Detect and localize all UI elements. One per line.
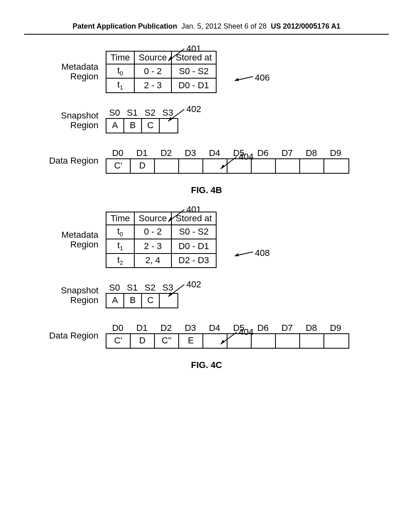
header-mid: Jan. 5, 2012 Sheet 6 of 28 bbox=[181, 22, 267, 31]
data-headers: D0D1 D2D3 D4D5 D6D7 D8D9 bbox=[106, 148, 349, 158]
data-cells: C'D bbox=[106, 158, 349, 174]
metadata-region: Metadata Region Time Source Stored at t0… bbox=[41, 212, 372, 268]
table-row: t0 0 - 2 S0 - S2 bbox=[106, 64, 216, 78]
snapshot-label: Snapshot Region bbox=[41, 111, 106, 130]
data-label: Data Region bbox=[41, 156, 106, 166]
table-row: t0 0 - 2 S0 - S2 bbox=[106, 225, 216, 239]
snapshot-cells: A B C bbox=[106, 118, 178, 133]
callout-406: 406 bbox=[255, 73, 270, 83]
metadata-region: Metadata Region Time Source Stored at t0… bbox=[41, 51, 372, 93]
snapshot-label: Snapshot Region bbox=[41, 286, 106, 305]
snapshot-region: Snapshot Region S0 S1 S2 S3 A B C bbox=[41, 108, 372, 133]
metadata-table: Time Source Stored at t0 0 - 2 S0 - S2 t… bbox=[106, 212, 217, 268]
metadata-label: Metadata Region bbox=[41, 62, 106, 81]
figure-4c: 401 Metadata Region Time Source Stored a… bbox=[41, 212, 372, 370]
header-left: Patent Application Publication bbox=[73, 22, 177, 31]
figure-label-4c: FIG. 4C bbox=[41, 360, 372, 370]
data-cells: C'D C''E bbox=[106, 333, 349, 349]
col-source: Source bbox=[134, 212, 171, 225]
svg-marker-3 bbox=[235, 78, 239, 81]
snapshot-headers: S0 S1 S2 S3 bbox=[106, 108, 178, 118]
table-row: t1 2 - 3 D0 - D1 bbox=[106, 239, 216, 253]
page: Patent Application Publication Jan. 5, 2… bbox=[0, 0, 413, 370]
metadata-label: Metadata Region bbox=[41, 230, 106, 249]
col-stored: Stored at bbox=[171, 51, 216, 64]
col-time: Time bbox=[106, 51, 134, 64]
table-row: t2 2, 4 D2 - D3 bbox=[106, 254, 216, 268]
snapshot-region: Snapshot Region S0 S1 S2 S3 A B C bbox=[41, 283, 372, 308]
figure-4b: 401 Metadata Region Time Source Stored a… bbox=[41, 51, 372, 195]
data-headers: D0D1 D2D3 D4D5 D6D7 D8D9 bbox=[106, 323, 349, 333]
metadata-table: Time Source Stored at t0 0 - 2 S0 - S2 t… bbox=[106, 51, 217, 93]
snapshot-cells: A B C bbox=[106, 293, 178, 308]
data-region: Data Region D0D1 D2D3 D4D5 D6D7 D8D9 C'D bbox=[41, 148, 372, 174]
page-header: Patent Application Publication Jan. 5, 2… bbox=[24, 0, 389, 35]
col-stored: Stored at bbox=[171, 212, 216, 225]
header-right: US 2012/0005176 A1 bbox=[271, 22, 340, 31]
col-source: Source bbox=[134, 51, 171, 64]
callout-408: 408 bbox=[255, 248, 270, 258]
data-label: Data Region bbox=[41, 331, 106, 341]
figure-label-4b: FIG. 4B bbox=[41, 185, 372, 195]
table-row: t1 2 - 3 D0 - D1 bbox=[106, 78, 216, 92]
snapshot-headers: S0 S1 S2 S3 bbox=[106, 283, 178, 293]
col-time: Time bbox=[106, 212, 134, 225]
data-region: Data Region D0D1 D2D3 D4D5 D6D7 D8D9 C'D… bbox=[41, 323, 372, 349]
svg-marker-11 bbox=[235, 253, 239, 256]
